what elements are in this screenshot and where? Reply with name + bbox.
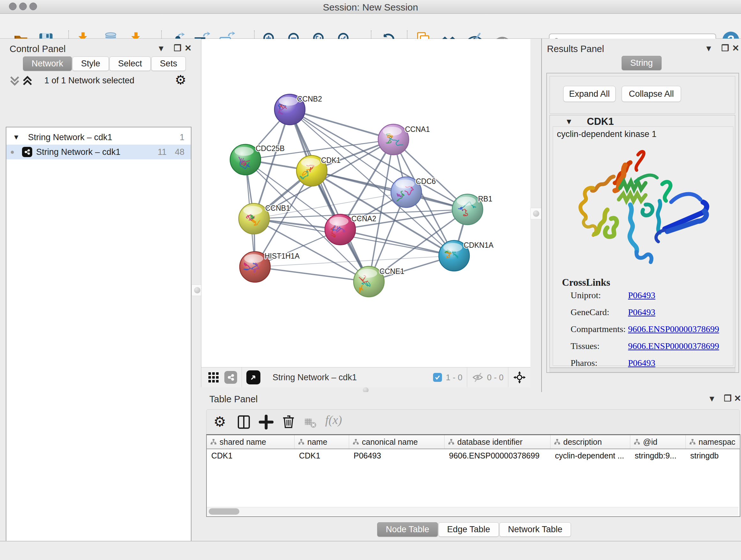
table-body: CDK1CDK1P064939606.ENSP00000378699cyclin… bbox=[207, 449, 740, 462]
tab-edge-table[interactable]: Edge Table bbox=[439, 522, 499, 537]
table-cell[interactable]: stringdb bbox=[686, 449, 738, 462]
gene-details: cyclin-dependent kinase 1 bbox=[553, 126, 733, 366]
tab-node-table[interactable]: Node Table bbox=[377, 522, 438, 537]
selected-nodes-checkbox[interactable] bbox=[433, 373, 442, 382]
string-view-icon[interactable] bbox=[224, 371, 237, 384]
network-options-gear-icon[interactable]: ⚙ bbox=[175, 72, 186, 87]
column-header-database-identifier[interactable]: database identifier bbox=[445, 435, 550, 449]
node-CCNB1[interactable] bbox=[239, 203, 269, 234]
column-header-shared-name[interactable]: shared name bbox=[207, 435, 294, 449]
table-row[interactable]: CDK1CDK1P064939606.ENSP00000378699cyclin… bbox=[207, 449, 740, 462]
node-gloss-highlight bbox=[383, 127, 402, 136]
crosslink-row: Compartments:9606.ENSP00000378699 bbox=[553, 324, 733, 341]
edge-CDK1-RB1[interactable] bbox=[312, 171, 468, 209]
right-splitter-handle[interactable] bbox=[530, 208, 542, 219]
network-row[interactable]: ● String Network – cdk1 11 48 bbox=[6, 145, 191, 159]
bottom-splitter[interactable] bbox=[201, 387, 530, 392]
tab-sets[interactable]: Sets bbox=[151, 57, 186, 71]
table-cell[interactable]: cyclin-dependent ... bbox=[550, 449, 630, 462]
right-splitter[interactable] bbox=[530, 39, 541, 392]
hidden-items-icon bbox=[472, 371, 484, 383]
node-gloss-highlight bbox=[279, 97, 298, 106]
grid-view-icon[interactable] bbox=[207, 371, 220, 384]
column-header-namespac[interactable]: namespac bbox=[686, 435, 738, 449]
network-view-title: String Network – cdk1 bbox=[273, 373, 357, 382]
crosslink-link[interactable]: 9606.ENSP00000378699 bbox=[628, 341, 719, 351]
close-panel-icon[interactable]: ✕ bbox=[734, 393, 741, 403]
add-column-icon[interactable] bbox=[259, 415, 273, 429]
table-cell[interactable]: CDK1 bbox=[294, 449, 349, 462]
gene-name: CDK1 bbox=[587, 116, 614, 127]
results-buttons-box: Expand All Collapse All bbox=[549, 76, 735, 114]
node-label-CDC6: CDC6 bbox=[416, 177, 436, 186]
tab-select[interactable]: Select bbox=[110, 57, 151, 71]
node-label-CCNB1: CCNB1 bbox=[265, 204, 290, 212]
maximize-panel-icon[interactable]: ❒ bbox=[721, 43, 729, 53]
delete-column-icon[interactable] bbox=[281, 414, 296, 429]
table-panel-title: Table Panel bbox=[209, 394, 258, 405]
gene-description: cyclin-dependent kinase 1 bbox=[557, 129, 657, 139]
table-hscrollbar-thumb[interactable] bbox=[209, 508, 239, 515]
column-header-name[interactable]: name bbox=[294, 435, 349, 449]
edge-CCNB2-CCNE1[interactable] bbox=[290, 110, 369, 282]
network-collection-row[interactable]: ▼ String Network – cdk1 1 bbox=[6, 130, 191, 145]
node-CCNA2[interactable] bbox=[325, 214, 355, 245]
table-settings-gear-icon[interactable]: ⚙ bbox=[213, 414, 226, 430]
table-cell[interactable]: P06493 bbox=[349, 449, 445, 462]
close-panel-icon[interactable]: ✕ bbox=[732, 43, 739, 53]
gene-collapse-icon[interactable]: ▼ bbox=[565, 117, 573, 126]
maximize-panel-icon[interactable]: ❒ bbox=[724, 393, 731, 403]
node-gloss-highlight bbox=[395, 179, 414, 188]
column-header-id[interactable]: @id bbox=[630, 435, 686, 449]
crosslink-link[interactable]: P06493 bbox=[628, 307, 656, 317]
network-current-dot-icon: ● bbox=[10, 148, 14, 156]
collapse-all-button[interactable]: Collapse All bbox=[622, 86, 681, 102]
maximize-panel-icon[interactable]: ❒ bbox=[174, 43, 181, 53]
crosslink-link[interactable]: 9606.ENSP00000378699 bbox=[628, 324, 719, 334]
delete-table-icon bbox=[304, 417, 317, 429]
column-header-canonical-name[interactable]: canonical name bbox=[349, 435, 445, 449]
node-label-CCNA2: CCNA2 bbox=[351, 214, 376, 223]
table-cell[interactable]: 9606.ENSP00000378699 bbox=[445, 449, 550, 462]
crosslink-link[interactable]: P06493 bbox=[628, 290, 656, 300]
left-splitter[interactable] bbox=[192, 39, 201, 541]
edge-HIST1H1A-CCNE1[interactable] bbox=[255, 267, 369, 282]
protein-structure-image bbox=[569, 143, 719, 274]
collection-expand-icon[interactable]: ▼ bbox=[13, 133, 20, 141]
float-panel-icon[interactable]: ▾ bbox=[710, 393, 714, 403]
node-gloss-highlight bbox=[244, 254, 263, 263]
network-canvas[interactable]: CCNB2CCNA1CDC25BCDK1CDC6RB1CCNB1CCNA2CDK… bbox=[201, 39, 531, 367]
column-header-description[interactable]: description bbox=[550, 435, 630, 449]
crosslink-link[interactable]: P06493 bbox=[628, 358, 656, 368]
toolbar-divider bbox=[508, 368, 509, 387]
tab-style[interactable]: Style bbox=[72, 57, 109, 71]
table-tabs: Node TableEdge TableNetwork Table bbox=[377, 522, 571, 537]
close-panel-icon[interactable]: ✕ bbox=[185, 43, 192, 53]
crosslink-label: Pharos: bbox=[570, 358, 597, 368]
float-panel-icon[interactable]: ▾ bbox=[706, 43, 711, 53]
control-panel-tabs: NetworkStyleSelectSets bbox=[23, 57, 186, 71]
crosslinks-title: CrossLinks bbox=[562, 277, 610, 288]
table-header-row: shared namenamecanonical namedatabase id… bbox=[207, 435, 740, 449]
birdseye-view-icon[interactable] bbox=[246, 370, 260, 384]
fit-content-crosshair-icon[interactable] bbox=[513, 371, 526, 384]
node-gloss-highlight bbox=[457, 197, 476, 206]
tab-string[interactable]: String bbox=[622, 56, 662, 70]
float-panel-icon[interactable]: ▾ bbox=[159, 43, 163, 53]
cytoscape-window: Session: New Session bbox=[0, 0, 741, 560]
expand-all-button[interactable]: Expand All bbox=[563, 86, 616, 102]
tab-network[interactable]: Network bbox=[23, 57, 72, 71]
tab-network-table[interactable]: Network Table bbox=[499, 522, 571, 537]
edge-CCNB2-CCNA1[interactable] bbox=[290, 110, 394, 139]
results-hscrollbar[interactable] bbox=[549, 368, 735, 372]
show-columns-icon[interactable] bbox=[237, 415, 251, 429]
table-cell[interactable]: stringdb:9... bbox=[630, 449, 686, 462]
node-table: shared namenamecanonical namedatabase id… bbox=[206, 434, 740, 517]
table-cell[interactable]: CDK1 bbox=[207, 449, 294, 462]
node-gloss-highlight bbox=[243, 206, 262, 215]
node-gloss-highlight bbox=[443, 243, 462, 252]
node-CCNA1[interactable] bbox=[378, 124, 409, 155]
node-gloss-highlight bbox=[358, 269, 377, 278]
table-hscrollbar-track[interactable] bbox=[207, 507, 738, 516]
node-label-CCNA1: CCNA1 bbox=[405, 125, 430, 133]
